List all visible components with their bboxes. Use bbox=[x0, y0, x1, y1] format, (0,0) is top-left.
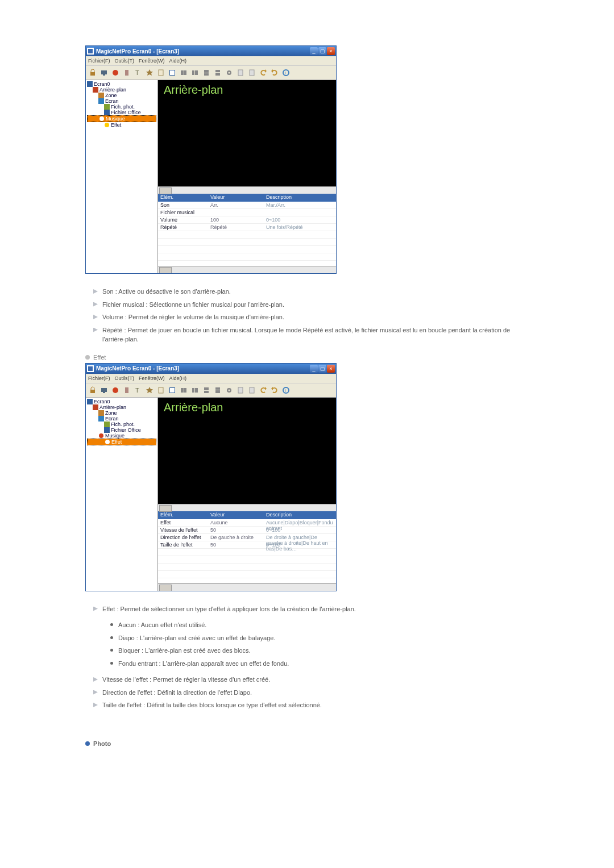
doc-item: Vitesse de l'effet : Permet de régler la… bbox=[93, 673, 529, 686]
tool-align1-icon[interactable] bbox=[179, 385, 189, 395]
menubar: Fichier(F) Outils(T) Fenêtre(W) Aide(H) bbox=[86, 374, 336, 383]
tree-fichphot[interactable]: Fich. phot. bbox=[87, 104, 156, 110]
svg-rect-13 bbox=[195, 70, 198, 75]
menu-window[interactable]: Fenêtre(W) bbox=[139, 375, 165, 381]
tool-gear-icon[interactable] bbox=[224, 385, 234, 395]
tree-musique[interactable]: Musique bbox=[87, 433, 156, 439]
close-button[interactable]: × bbox=[327, 47, 335, 55]
tool-star-icon[interactable] bbox=[144, 385, 155, 395]
tree-bg[interactable]: Arrière-plan bbox=[87, 87, 156, 93]
tool-note-icon[interactable] bbox=[122, 68, 132, 78]
svg-rect-55 bbox=[250, 387, 254, 393]
tool-align2-icon[interactable] bbox=[190, 68, 200, 78]
prop-header-name: Elém. bbox=[158, 194, 208, 202]
prop-row[interactable]: Taille de l'effet500~100 bbox=[158, 541, 336, 549]
prop-row[interactable]: EffetAucuneAucune|Diapo|Bloquer|Fondu en… bbox=[158, 519, 336, 527]
menu-file[interactable]: Fichier(F) bbox=[88, 375, 110, 381]
doc-list-musique: Son : Active ou désactive le son d'arriè… bbox=[93, 285, 529, 346]
canvas-hscroll[interactable] bbox=[158, 186, 336, 194]
tree-ecran[interactable]: Ecran bbox=[87, 98, 156, 104]
tool-align3-icon[interactable] bbox=[201, 385, 211, 395]
menu-file[interactable]: Fichier(F) bbox=[88, 58, 110, 64]
tree-bg[interactable]: Arrière-plan bbox=[87, 404, 156, 410]
tool-doc2-icon[interactable] bbox=[247, 68, 257, 78]
doc-subitem: Fondu entrant : L'arrière-plan apparaît … bbox=[110, 657, 529, 670]
svg-text:i: i bbox=[285, 70, 286, 76]
menu-tools[interactable]: Outils(T) bbox=[115, 58, 135, 64]
tree-musique[interactable]: Musique bbox=[87, 115, 156, 122]
tool-lock-icon[interactable] bbox=[88, 68, 98, 78]
tool-align2-icon[interactable] bbox=[190, 385, 200, 395]
doc-subitem: Diapo : L'arrière-plan est créé avec un … bbox=[110, 632, 529, 645]
tool-align1-icon[interactable] bbox=[179, 68, 189, 78]
tool-align4-icon[interactable] bbox=[213, 68, 223, 78]
tree-fichphot[interactable]: Fich. phot. bbox=[87, 422, 156, 427]
tree-root[interactable]: Ecran0 bbox=[87, 399, 156, 404]
svg-rect-50 bbox=[215, 387, 220, 390]
tool-doc1-icon[interactable] bbox=[235, 68, 246, 78]
tool-undo-icon[interactable] bbox=[258, 68, 268, 78]
tool-redo-icon[interactable] bbox=[269, 68, 280, 78]
tool-doc1-icon[interactable] bbox=[235, 385, 246, 395]
canvas-title: Arrière-plan bbox=[158, 398, 336, 418]
tree-effet[interactable]: Effet bbox=[87, 122, 156, 128]
tool-text-icon[interactable]: T bbox=[133, 385, 143, 395]
menu-help[interactable]: Aide(H) bbox=[169, 58, 187, 64]
tool-sheet-icon[interactable] bbox=[167, 68, 177, 78]
tool-text-icon[interactable]: T bbox=[133, 68, 143, 78]
tool-globe-icon[interactable] bbox=[110, 68, 121, 78]
maximize-button[interactable]: ▢ bbox=[318, 47, 326, 55]
tool-align3-icon[interactable] bbox=[201, 68, 211, 78]
menu-tools[interactable]: Outils(T) bbox=[115, 375, 135, 381]
tree-root[interactable]: Ecran0 bbox=[87, 81, 156, 87]
tool-monitor-icon[interactable] bbox=[99, 385, 109, 395]
close-button[interactable]: × bbox=[327, 365, 335, 373]
tree-ecran[interactable]: Ecran bbox=[87, 416, 156, 422]
prop-row[interactable]: Vitesse de l'effet500~100 bbox=[158, 527, 336, 534]
minimize-button[interactable]: _ bbox=[310, 365, 318, 373]
tool-info-icon[interactable]: i bbox=[281, 68, 291, 78]
property-panel: Elém. Valeur Description EffetAucuneAucu… bbox=[158, 511, 336, 591]
menu-help[interactable]: Aide(H) bbox=[169, 375, 187, 381]
prop-header-value: Valeur bbox=[208, 511, 264, 519]
tool-redo-icon[interactable] bbox=[269, 385, 280, 395]
window-title: MagicNetPro Ecran0 - [Ecran3] bbox=[96, 365, 310, 372]
tool-align4-icon[interactable] bbox=[213, 385, 223, 395]
prop-row[interactable]: RépétéRépétéUne fois/Répété bbox=[158, 224, 336, 231]
tool-globe-icon[interactable] bbox=[110, 385, 121, 395]
minimize-button[interactable]: _ bbox=[310, 47, 318, 55]
titlebar[interactable]: MagicNetPro Ecran0 - [Ecran3] _ ▢ × bbox=[86, 46, 336, 56]
tree-effet[interactable]: Effet bbox=[87, 439, 156, 445]
menu-window[interactable]: Fenêtre(W) bbox=[139, 58, 165, 64]
tree-zone[interactable]: Zone bbox=[87, 93, 156, 98]
prop-row[interactable]: Fichier musical bbox=[158, 209, 336, 216]
prop-row[interactable]: SonArr.Mar./Arr. bbox=[158, 202, 336, 209]
tool-lock-icon[interactable] bbox=[88, 385, 98, 395]
canvas-hscroll[interactable] bbox=[158, 504, 336, 511]
prop-hscroll[interactable] bbox=[158, 583, 336, 591]
tool-page-icon[interactable] bbox=[156, 385, 166, 395]
prop-row[interactable]: Volume1000~100 bbox=[158, 216, 336, 224]
svg-rect-2 bbox=[101, 70, 107, 74]
tool-star-icon[interactable] bbox=[144, 68, 155, 78]
tool-gear-icon[interactable] bbox=[224, 68, 234, 78]
tree-zone[interactable]: Zone bbox=[87, 410, 156, 416]
svg-point-66 bbox=[99, 433, 103, 438]
tool-note-icon[interactable] bbox=[122, 385, 132, 395]
tree-office[interactable]: Fichier Office bbox=[87, 427, 156, 433]
svg-rect-63 bbox=[98, 416, 104, 422]
app-icon bbox=[87, 48, 94, 55]
tool-info-icon[interactable]: i bbox=[281, 385, 291, 395]
prop-row[interactable]: Direction de l'effetDe gauche à droiteDe… bbox=[158, 534, 336, 541]
prop-hscroll[interactable] bbox=[158, 266, 336, 273]
tool-page-icon[interactable] bbox=[156, 68, 166, 78]
titlebar[interactable]: MagicNetPro Ecran0 - [Ecran3] _ ▢ × bbox=[86, 364, 336, 374]
app-icon bbox=[87, 365, 94, 372]
tool-undo-icon[interactable] bbox=[258, 385, 268, 395]
svg-point-4 bbox=[113, 70, 118, 76]
tool-doc2-icon[interactable] bbox=[247, 385, 257, 395]
maximize-button[interactable]: ▢ bbox=[318, 365, 326, 373]
tool-monitor-icon[interactable] bbox=[99, 68, 109, 78]
tree-office[interactable]: Fichier Office bbox=[87, 110, 156, 115]
tool-sheet-icon[interactable] bbox=[167, 385, 177, 395]
